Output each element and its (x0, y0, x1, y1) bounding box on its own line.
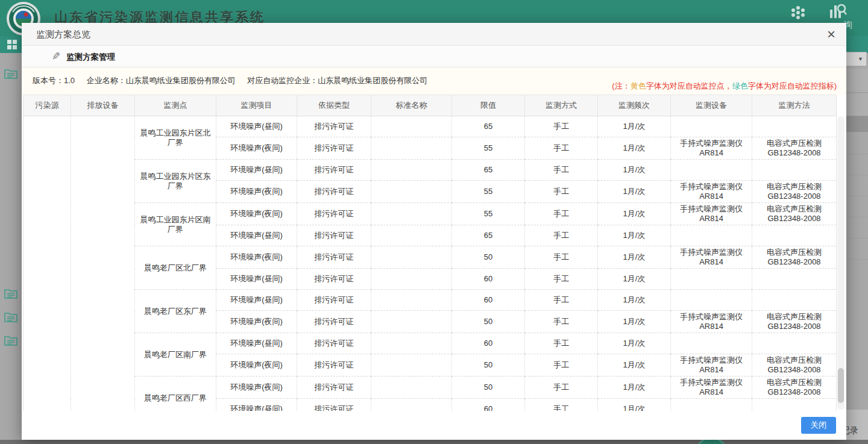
section-title: 监测方案管理 (66, 52, 115, 63)
monitoring-device-cell (671, 269, 752, 290)
monitoring-item-cell: 环境噪声(夜间) (216, 246, 297, 269)
table-row: 晨鸣老厂区东厂界环境噪声(昼间)排污许可证60手工1月/次 (24, 290, 837, 311)
folder-tree-icon[interactable] (4, 67, 17, 82)
monitoring-item-cell: 环境噪声(夜间) (216, 181, 297, 203)
background-gridline (844, 238, 868, 239)
column-header: 监测方式 (525, 95, 598, 116)
monitoring-method-cell: 电容式声压检测GB12348-2008 (752, 377, 837, 399)
background-gridline (844, 217, 868, 217)
monitoring-device-cell (671, 290, 752, 311)
note-prefix: (注： (612, 81, 630, 90)
version-value: 1.0 (64, 76, 75, 85)
monitoring-frequency-cell: 1月/次 (598, 377, 671, 399)
modal-footer: 关闭 (22, 411, 846, 440)
monitoring-mode-cell: 手工 (525, 333, 598, 354)
monitoring-point-cell: 晨鸣老厂区南厂界 (135, 333, 216, 377)
company-value: 山东晨鸣纸业集团股份有限公司 (126, 76, 236, 85)
close-icon[interactable]: × (827, 26, 835, 43)
limit-value-cell: 50 (452, 377, 525, 399)
background-row (844, 69, 868, 93)
monitoring-method-cell (752, 269, 837, 290)
monitoring-device-cell (671, 160, 752, 181)
monitoring-method-cell: 电容式声压检测GB12348-2008 (752, 203, 837, 225)
standard-name-cell (371, 203, 452, 225)
column-header: 监测方法 (752, 95, 837, 116)
monitoring-device-cell: 手持式噪声监测仪AR814 (671, 354, 752, 377)
auto-company-value: 山东晨鸣纸业集团股份有限公司 (318, 76, 427, 85)
monitoring-point-cell: 晨鸣工业园东片区南厂界 (135, 203, 216, 246)
monitoring-method-cell: 电容式声压检测GB12348-2008 (752, 246, 837, 269)
basis-type-cell: 排污许可证 (297, 269, 371, 290)
plan-info-text: 版本号：1.0 企业名称：山东晨鸣纸业集团股份有限公司 对应自动监控企业：山东晨… (33, 75, 437, 86)
sidebar (0, 53, 22, 440)
monitoring-device-cell: 手持式噪声监测仪AR814 (671, 137, 752, 160)
standard-name-cell (371, 290, 452, 311)
modal-section-header: ✎ 监测方案管理 (22, 46, 846, 67)
monitoring-mode-cell: 手工 (525, 116, 598, 137)
monitoring-frequency-cell: 1月/次 (598, 311, 671, 333)
monitoring-method-cell: 电容式声压检测GB12348-2008 (752, 311, 837, 333)
monitoring-mode-cell: 手工 (525, 354, 598, 377)
pollution-source-cell (24, 116, 71, 420)
limit-value-cell: 60 (452, 333, 525, 354)
note-mid: 字体为对应自动监控点， (646, 81, 732, 90)
monitoring-method-cell (752, 116, 837, 137)
monitoring-device-cell (671, 225, 752, 246)
discharge-equipment-cell (71, 116, 135, 420)
monitoring-plan-table: 污染源排放设备监测点监测项目依据类型标准名称限值监测方式监测频次监测设备监测方法… (23, 95, 837, 420)
column-header: 监测设备 (671, 95, 752, 116)
monitoring-frequency-cell: 1月/次 (598, 269, 671, 290)
monitoring-mode-cell: 手工 (525, 181, 598, 203)
monitoring-mode-cell: 手工 (525, 290, 598, 311)
folder-tree-icon[interactable] (4, 287, 17, 302)
column-header: 污染源 (24, 95, 71, 116)
note-green-word: 绿色 (732, 81, 748, 90)
pen-icon: ✎ (52, 50, 60, 63)
background-gridline (844, 196, 868, 196)
table-row: 晨鸣工业园东片区南厂界环境噪声(夜间)排污许可证55手工1月/次手持式噪声监测仪… (24, 203, 837, 225)
monitoring-method-cell: 电容式声压检测GB12348-2008 (752, 354, 837, 377)
note-yellow-word: 黄色 (631, 81, 646, 90)
table-scrollbar-track[interactable] (837, 116, 844, 410)
standard-name-cell (371, 333, 452, 354)
limit-value-cell: 55 (452, 203, 525, 225)
column-header: 排放设备 (71, 95, 135, 116)
monitoring-frequency-cell: 1月/次 (598, 181, 671, 203)
standard-name-cell (371, 116, 452, 137)
limit-value-cell: 50 (452, 246, 525, 269)
standard-name-cell (371, 181, 452, 203)
monitoring-item-cell: 环境噪声(昼间) (216, 160, 297, 181)
menu-grid-icon[interactable] (7, 40, 17, 52)
monitoring-frequency-cell: 1月/次 (598, 160, 671, 181)
limit-value-cell: 65 (452, 116, 525, 137)
monitoring-device-cell: 手持式噪声监测仪AR814 (671, 181, 752, 203)
monitoring-device-cell (671, 333, 752, 354)
background-dropdown[interactable]: ▼ (844, 52, 867, 66)
basis-type-cell: 排污许可证 (297, 246, 371, 269)
monitoring-mode-cell: 手工 (525, 225, 598, 246)
folder-tree-icon[interactable] (4, 311, 17, 325)
basis-type-cell: 排污许可证 (297, 290, 371, 311)
close-button[interactable]: 关闭 (801, 417, 836, 434)
table-row: 晨鸣老厂区西厂界环境噪声(夜间)排污许可证50手工1月/次手持式噪声监测仪AR8… (24, 377, 837, 399)
legend-note: (注：黄色字体为对应自动监控点，绿色字体为对应自动监控指标) (612, 81, 837, 92)
monitoring-mode-cell: 手工 (525, 160, 598, 181)
basis-type-cell: 排污许可证 (297, 116, 371, 137)
limit-value-cell: 60 (452, 269, 525, 290)
monitoring-frequency-cell: 1月/次 (598, 116, 671, 137)
folder-tree-icon[interactable] (4, 334, 17, 349)
monitoring-point-cell: 晨鸣老厂区东厂界 (135, 290, 216, 333)
monitoring-item-cell: 环境噪声(夜间) (216, 311, 297, 333)
monitoring-method-cell: 电容式声压检测GB12348-2008 (752, 137, 837, 160)
standard-name-cell (371, 160, 452, 181)
background-row-dark (844, 116, 868, 132)
basis-type-cell: 排污许可证 (297, 160, 371, 181)
apps-grid-icon[interactable] (790, 5, 807, 23)
table-row: 晨鸣工业园东片区北厂界环境噪声(昼间)排污许可证65手工1月/次 (24, 116, 837, 137)
monitoring-point-cell: 晨鸣工业园东片区北厂界 (135, 116, 216, 160)
standard-name-cell (371, 377, 452, 399)
background-gridline (844, 175, 868, 175)
table-row: 晨鸣工业园东片区东厂界环境噪声(昼间)排污许可证65手工1月/次 (24, 160, 837, 181)
basis-type-cell: 排污许可证 (297, 354, 371, 377)
table-scrollbar-thumb[interactable] (838, 368, 844, 403)
